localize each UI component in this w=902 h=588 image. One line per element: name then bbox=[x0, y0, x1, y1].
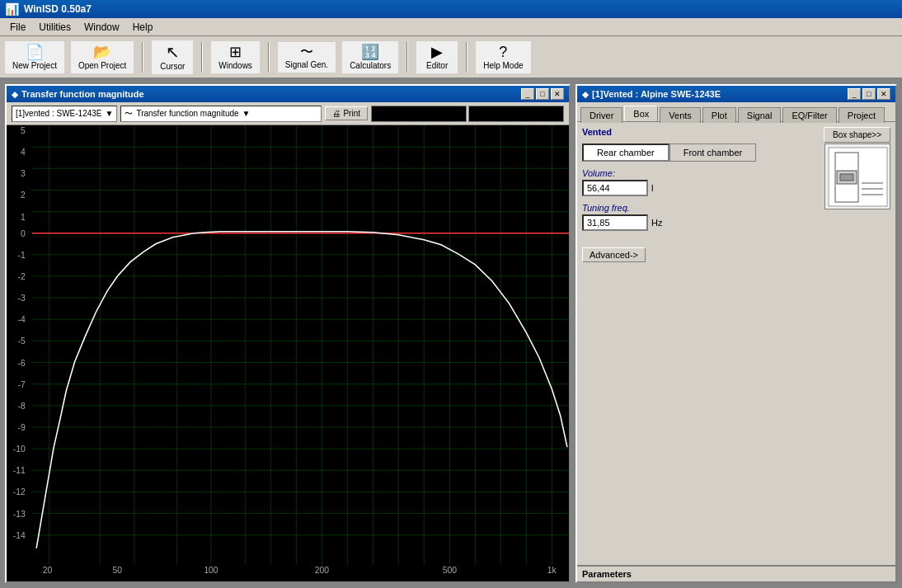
cursor-button[interactable]: ↖ Cursor bbox=[152, 40, 193, 74]
new-project-button[interactable]: 📄 New Project bbox=[5, 41, 64, 73]
tf-maximize-button[interactable]: □ bbox=[536, 88, 549, 100]
separator-2 bbox=[201, 42, 203, 72]
channel-selector-text: [1]vented : SWE-1243E bbox=[16, 109, 102, 118]
tf-title-icon: ◆ bbox=[12, 90, 18, 99]
tab-driver-label: Driver bbox=[590, 111, 613, 120]
svg-text:-3: -3 bbox=[18, 294, 26, 303]
vented-maximize-button[interactable]: □ bbox=[862, 88, 876, 100]
menu-help[interactable]: Help bbox=[126, 20, 160, 35]
vented-minimize-button[interactable]: _ bbox=[848, 88, 861, 100]
speaker-diagram bbox=[824, 143, 890, 209]
tuning-unit: Hz bbox=[651, 218, 662, 228]
separator-4 bbox=[406, 42, 408, 72]
help-mode-button[interactable]: ? Help Mode bbox=[476, 41, 530, 73]
svg-text:500: 500 bbox=[443, 566, 458, 575]
tab-signal[interactable]: Signal bbox=[738, 107, 782, 123]
tab-box-label: Box bbox=[633, 109, 649, 119]
help-icon: ? bbox=[499, 45, 507, 59]
tab-vents[interactable]: Vents bbox=[660, 107, 701, 123]
help-mode-label: Help Mode bbox=[483, 61, 523, 70]
tab-plot[interactable]: Plot bbox=[702, 107, 736, 123]
tuning-input[interactable] bbox=[582, 214, 648, 231]
chamber-selector: Rear chamber Front chamber bbox=[582, 143, 818, 162]
speaker-svg bbox=[827, 146, 889, 208]
menu-bar: File Utilities Window Help bbox=[0, 18, 902, 36]
svg-text:-2: -2 bbox=[18, 272, 26, 281]
function-selector[interactable]: 〜 Transfer function magnitude ▼ bbox=[120, 106, 322, 122]
function-selector-text: Transfer function magnitude bbox=[136, 109, 238, 118]
tab-driver[interactable]: Driver bbox=[580, 107, 622, 123]
tf-minimize-button[interactable]: _ bbox=[521, 88, 534, 100]
editor-icon: ▶ bbox=[431, 45, 443, 59]
cursor-label: Cursor bbox=[160, 62, 185, 71]
svg-rect-68 bbox=[840, 174, 853, 181]
tab-eqfilter-label: EQ/Filter bbox=[792, 111, 827, 120]
vented-window: ◆ [1]Vented : Alpine SWE-1243E _ □ ✕ Dri… bbox=[575, 84, 897, 583]
svg-rect-0 bbox=[7, 125, 569, 581]
tf-title-text: Transfer function magnitude bbox=[21, 89, 521, 99]
svg-text:-8: -8 bbox=[18, 402, 26, 411]
svg-text:-11: -11 bbox=[13, 466, 26, 475]
windows-button[interactable]: ⊞ Windows bbox=[211, 41, 260, 73]
signal-gen-button[interactable]: 〜 Signal Gen. bbox=[278, 42, 336, 73]
front-chamber-button[interactable]: Front chamber bbox=[669, 143, 757, 162]
svg-text:-10: -10 bbox=[13, 445, 26, 454]
open-project-button[interactable]: 📂 Open Project bbox=[71, 41, 134, 73]
svg-text:100: 100 bbox=[204, 566, 218, 575]
svg-text:-1: -1 bbox=[18, 251, 26, 260]
tab-box[interactable]: Box bbox=[624, 106, 658, 121]
svg-text:3: 3 bbox=[21, 169, 26, 178]
svg-text:-4: -4 bbox=[18, 315, 26, 324]
svg-text:-13: -13 bbox=[13, 510, 26, 519]
vented-title-bar: ◆ [1]Vented : Alpine SWE-1243E _ □ ✕ bbox=[577, 86, 895, 102]
menu-utilities[interactable]: Utilities bbox=[32, 20, 78, 35]
tab-project-label: Project bbox=[848, 111, 876, 120]
vented-title-icon: ◆ bbox=[582, 90, 589, 99]
svg-text:50: 50 bbox=[113, 566, 123, 575]
separator-5 bbox=[466, 42, 467, 72]
volume-input[interactable] bbox=[582, 180, 648, 196]
color-box-1 bbox=[371, 106, 467, 122]
tab-vents-label: Vents bbox=[669, 111, 692, 120]
rear-chamber-button[interactable]: Rear chamber bbox=[582, 143, 669, 162]
graph-svg: 5 4 3 2 1 0 -1 -2 -3 -4 -5 -6 -7 -8 -9 -… bbox=[7, 125, 569, 581]
function-dropdown-icon: ▼ bbox=[242, 109, 251, 118]
tuning-label: Tuning freq. bbox=[582, 203, 818, 213]
tf-close-button[interactable]: ✕ bbox=[551, 88, 564, 100]
toolbar: 📄 New Project 📂 Open Project ↖ Cursor ⊞ … bbox=[0, 36, 902, 79]
volume-unit: l bbox=[651, 183, 653, 193]
svg-text:-7: -7 bbox=[18, 380, 26, 389]
svg-text:1: 1 bbox=[21, 213, 26, 222]
parameters-label: Parameters bbox=[582, 569, 632, 579]
channel-selector[interactable]: [1]vented : SWE-1243E ▼ bbox=[12, 106, 117, 122]
tab-eqfilter[interactable]: EQ/Filter bbox=[782, 107, 836, 123]
color-boxes bbox=[371, 106, 564, 122]
box-content: Vented Box shape>> Rear chamber Front ch… bbox=[577, 122, 895, 565]
separator-3 bbox=[268, 42, 270, 72]
svg-text:-6: -6 bbox=[18, 359, 26, 368]
editor-button[interactable]: ▶ Editor bbox=[416, 41, 458, 73]
app-icon: 📊 bbox=[5, 2, 19, 16]
calculators-button[interactable]: 🔢 Calculators bbox=[342, 41, 398, 73]
new-project-label: New Project bbox=[12, 61, 57, 70]
calculators-icon: 🔢 bbox=[361, 45, 379, 59]
svg-text:-5: -5 bbox=[18, 337, 26, 346]
new-project-icon: 📄 bbox=[26, 45, 44, 59]
tf-title-bar: ◆ Transfer function magnitude _ □ ✕ bbox=[7, 86, 569, 102]
svg-text:-14: -14 bbox=[13, 531, 26, 540]
advanced-button[interactable]: Advanced-> bbox=[582, 247, 646, 262]
app-title-bar: 📊 WinISD 0.50a7 bbox=[0, 0, 902, 18]
menu-window[interactable]: Window bbox=[78, 20, 126, 35]
vented-close-button[interactable]: ✕ bbox=[877, 88, 890, 100]
print-button[interactable]: 🖨 Print bbox=[325, 106, 368, 120]
cursor-icon: ↖ bbox=[166, 44, 180, 60]
volume-label: Volume: bbox=[582, 168, 818, 178]
svg-text:0: 0 bbox=[21, 229, 26, 238]
app-title: WinISD 0.50a7 bbox=[24, 3, 897, 15]
menu-file[interactable]: File bbox=[3, 20, 32, 35]
box-shape-button[interactable]: Box shape>> bbox=[824, 127, 890, 143]
svg-text:-9: -9 bbox=[18, 423, 26, 432]
tab-project[interactable]: Project bbox=[839, 107, 885, 123]
svg-text:4: 4 bbox=[21, 148, 26, 157]
open-project-icon: 📂 bbox=[93, 45, 111, 59]
